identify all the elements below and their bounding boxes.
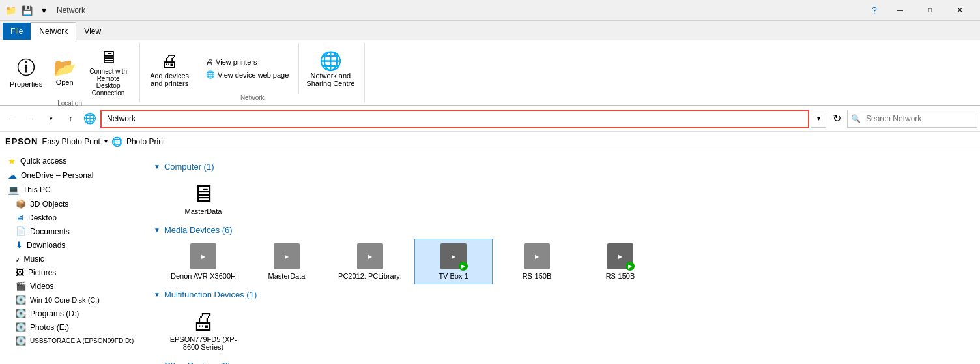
sidebar: ★ Quick access ☁ OneDrive – Personal 💻 T… [0, 151, 143, 364]
pc2012-icon: ▶ [357, 243, 383, 269]
properties-button[interactable]: ⓘ Properties [5, 52, 47, 91]
pictures-icon: 🖼 [16, 267, 24, 277]
epson-logo: EPSON [5, 136, 38, 146]
sidebar-item-this-pc[interactable]: 💻 This PC [0, 183, 143, 197]
sidebar-item-videos[interactable]: 🎬 Videos [0, 279, 143, 293]
location-group-label: Location [57, 100, 82, 108]
quick-access-dropdown[interactable]: ▾ [36, 3, 51, 18]
open-button[interactable]: 📂 Open [48, 53, 81, 89]
music-icon: ♪ [16, 254, 20, 264]
sidebar-item-onedrive[interactable]: ☁ OneDrive – Personal [0, 168, 143, 183]
device-denon[interactable]: ▶ Denon AVR-X3600H [164, 239, 242, 284]
device-rs150b1[interactable]: ▶ RS-150B [498, 239, 576, 284]
collapse-computer-icon: ▼ [154, 163, 160, 170]
dropdown-button[interactable]: ▾ [42, 110, 60, 128]
section-other-devices[interactable]: ▼ Other Devices (3) [154, 361, 970, 364]
media-devices: ▶ Denon AVR-X3600H ▶ MasterData ▶ PC2012… [164, 239, 970, 284]
forward-button[interactable]: → [22, 110, 40, 128]
rs150b1-icon: ▶ [524, 243, 550, 269]
sidebar-item-3d-objects[interactable]: 📦 3D Objects [0, 197, 143, 211]
back-button[interactable]: ← [3, 110, 21, 128]
quick-access-icon: ★ [8, 156, 16, 166]
close-button[interactable]: ✕ [945, 0, 975, 21]
photos-icon: 💽 [16, 322, 26, 332]
tab-network[interactable]: Network [31, 22, 76, 40]
sidebar-item-music[interactable]: ♪ Music [0, 252, 143, 265]
sidebar-item-pictures[interactable]: 🖼 Pictures [0, 265, 143, 279]
printer-icon: 🖨 [206, 58, 213, 66]
network-sharing-icon: 🌐 [319, 50, 342, 72]
minimize-button[interactable]: — [885, 0, 915, 21]
remote-icon: 🖥 [99, 46, 117, 68]
tab-file[interactable]: File [3, 23, 31, 40]
device-rs150b2[interactable]: ▶ ▶ RS-150B [581, 239, 659, 284]
title-text: Network [57, 6, 867, 15]
downloads-icon: ⬇ [16, 240, 23, 250]
section-media[interactable]: ▼ Media Devices (6) [154, 225, 970, 235]
photo-print-label: Photo Print [126, 137, 165, 146]
collapse-multifunction-icon: ▼ [154, 291, 160, 298]
remote-desktop-button[interactable]: 🖥 Connect with RemoteDesktop Connection [82, 43, 134, 100]
tv-box-label: TV-Box 1 [439, 272, 468, 280]
easy-photo-dropdown[interactable]: ▾ [104, 138, 108, 145]
epson779-label: EPSON779FD5 (XP-8600 Series) [169, 335, 238, 351]
masterdata-media-icon: ▶ [274, 243, 300, 269]
this-pc-icon: 💻 [8, 185, 19, 195]
search-input[interactable] [847, 110, 977, 128]
section-multifunction[interactable]: ▼ Multifunction Devices (1) [154, 290, 970, 299]
masterdata-label: MasterData [185, 207, 222, 215]
win10-disk-icon: 💽 [16, 295, 26, 305]
play-badge-icon: ▶ [459, 262, 468, 271]
device-epson779[interactable]: 🖨 EPSON779FD5 (XP-8600 Series) [164, 303, 242, 356]
globe-icon: 🌐 [111, 136, 122, 147]
device-tv-box1[interactable]: ▶ ▶ TV-Box 1 [414, 239, 493, 284]
section-computer-label: Computer (1) [164, 162, 214, 172]
view-webpage-button[interactable]: 🌐 View device web page [201, 68, 293, 81]
sidebar-item-win10-disk[interactable]: 💽 Win 10 Core Disk (C:) [0, 293, 143, 307]
denon-label: Denon AVR-X3600H [171, 272, 236, 280]
section-media-label: Media Devices (6) [164, 225, 233, 235]
sidebar-item-documents[interactable]: 📄 Documents [0, 224, 143, 238]
epson-printer-icon: 🖨 [192, 308, 215, 335]
refresh-button[interactable]: ↻ [828, 110, 846, 128]
main: ★ Quick access ☁ OneDrive – Personal 💻 T… [0, 151, 980, 364]
add-devices-icon: 🖨 [160, 50, 179, 72]
onedrive-icon: ☁ [8, 170, 17, 181]
search-box-wrap: 🔍 [847, 110, 977, 128]
sidebar-item-usb[interactable]: 💽 USBSTORAGE A (EPSON09FD:D:) [0, 334, 143, 348]
section-computer[interactable]: ▼ Computer (1) [154, 162, 970, 172]
usb-icon: 💽 [16, 336, 26, 346]
device-masterdata-media[interactable]: ▶ MasterData [248, 239, 326, 284]
sidebar-item-quick-access[interactable]: ★ Quick access [0, 154, 143, 168]
sidebar-item-desktop[interactable]: 🖥 Desktop [0, 211, 143, 224]
maximize-button[interactable]: □ [915, 0, 945, 21]
view-printers-button[interactable]: 🖨 View printers [201, 56, 293, 68]
masterdata-media-label: MasterData [268, 272, 306, 280]
network-group-label: Network [240, 94, 265, 102]
denon-icon: ▶ [190, 243, 216, 269]
open-icon: 📂 [53, 57, 76, 78]
device-masterdata[interactable]: 🖥 MasterData [164, 175, 242, 220]
sidebar-item-photos[interactable]: 💽 Photos (E:) [0, 320, 143, 334]
ribbon: ⓘ Properties 📂 Open 🖥 Connect with Remot… [0, 40, 980, 106]
address-input[interactable] [100, 110, 809, 128]
address-dropdown[interactable]: ▾ [811, 110, 826, 128]
help-button[interactable]: ? [867, 3, 882, 18]
videos-icon: 🎬 [16, 281, 26, 291]
content-area: ▼ Computer (1) 🖥 MasterData ▼ Media Devi… [143, 151, 980, 364]
masterdata-icon: 🖥 [192, 180, 215, 207]
network-sharing-button[interactable]: 🌐 Network andSharing Centre [302, 43, 359, 94]
rs150b2-label: RS-150B [606, 272, 635, 280]
add-devices-button[interactable]: 🖨 Add devicesand printers [145, 43, 194, 94]
properties-icon: ⓘ [17, 55, 35, 80]
tab-view[interactable]: View [76, 23, 109, 40]
section-multifunction-label: Multifunction Devices (1) [164, 290, 257, 299]
sidebar-item-downloads[interactable]: ⬇ Downloads [0, 238, 143, 252]
up-button[interactable]: ↑ [61, 110, 79, 128]
sidebar-item-programs[interactable]: 💽 Programs (D:) [0, 307, 143, 320]
device-pc2012[interactable]: ▶ PC2012: PCLibrary: [331, 239, 409, 284]
quick-access-save[interactable]: 💾 [19, 3, 35, 18]
pc2012-label: PC2012: PCLibrary: [338, 272, 402, 280]
rs150b2-icon: ▶ ▶ [607, 243, 633, 269]
multifunction-devices: 🖨 EPSON779FD5 (XP-8600 Series) [164, 303, 970, 356]
